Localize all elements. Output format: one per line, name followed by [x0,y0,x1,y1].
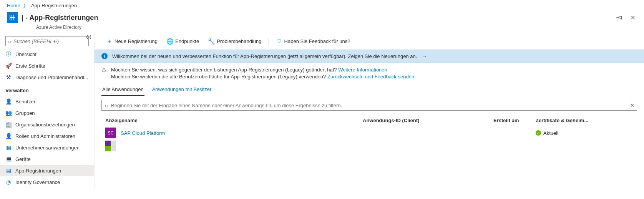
filter-input-wrapper[interactable]: ⌕ ✕ [101,100,637,111]
info-icon: ⓘ [5,51,12,57]
close-button[interactable]: ✕ [629,13,637,22]
sidebar-item-app-registrations[interactable]: ▤ App-Registrierungen [0,165,94,176]
warn-line2-link[interactable]: Zurückwechseln und Feedback senden [327,74,414,80]
info-icon: i [101,53,108,59]
app-reg-icon: ▤ [5,167,12,174]
azure-ad-icon [7,12,18,23]
sidebar-item-enterprise-apps[interactable]: ▦ Unternehmensanwendungen [0,142,94,153]
user-icon: 👤 [5,98,12,104]
info-banner-link[interactable]: → [422,53,427,59]
tab-all-applications[interactable]: Alle Anwendungen [101,84,144,96]
search-icon: ⌕ [105,103,108,108]
sidebar-item-label: Erste Schritte [15,63,45,69]
sidebar: ❮❮ ⌕ ⓘ Übersicht 🚀 Erste Schritte ⚒ Diag… [0,33,95,188]
sidebar-item-roles[interactable]: 👤 Rollen und Administratoren [0,130,94,142]
command-bar: ＋ Neue Registrierung 🌐 Endpunkte 🔧 Probl… [95,36,644,50]
rocket-icon: 🚀 [5,63,12,69]
wrench-icon: 🔧 [208,38,214,45]
sidebar-item-label: Diagnose und Problembehandl... [15,75,88,80]
app-avatar [105,141,116,151]
main-content: ＋ Neue Registrierung 🌐 Endpunkte 🔧 Probl… [95,33,644,188]
warn-line1-text: Möchten Sie wissen, was sich gegenüber d… [111,67,338,73]
col-header-cert[interactable]: Zertifikate & Geheim... [536,118,601,123]
admin-icon: 👤 [5,133,12,139]
endpoints-button[interactable]: 🌐 Endpunkte [162,36,204,46]
apps-icon: ▦ [5,144,12,151]
table-row[interactable] [101,139,637,153]
sidebar-search[interactable]: ⌕ [5,36,89,46]
device-icon: 💻 [5,156,12,162]
app-name-link[interactable]: SAP Cloud Platform [121,130,165,136]
sidebar-item-label: Benutzer [15,99,35,104]
warning-banner: ⚠ Möchten Sie wissen, was sich gegenüber… [95,63,644,82]
cmd-label: Endpunkte [175,38,199,44]
page-title: | - App-Registrierungen [22,14,98,22]
info-banner: i Willkommen bei der neuen und verbesser… [95,50,644,63]
wrench-icon: ⚒ [5,74,12,80]
col-header-appid[interactable]: Anwendungs-ID (Client) [363,118,493,123]
table-header: Anzeigename Anwendungs-ID (Client) Erste… [101,114,637,126]
breadcrumb: Home ❯ - App-Registrierungen [0,0,644,11]
sidebar-item-label: App-Registrierungen [15,168,61,174]
new-registration-button[interactable]: ＋ Neue Registrierung [101,36,162,46]
cmd-label: Haben Sie Feedback für uns? [284,38,350,44]
collapse-sidebar-button[interactable]: ❮❮ [86,35,92,39]
sidebar-item-groups[interactable]: 👥 Gruppen [0,107,94,119]
table-row[interactable]: SC SAP Cloud Platform ✓ Aktuell [101,126,637,139]
pin-button[interactable] [615,13,623,22]
sidebar-item-users[interactable]: 👤 Benutzer [0,96,94,107]
sidebar-item-overview[interactable]: ⓘ Übersicht [0,48,94,60]
org-icon: 🏢 [5,121,12,128]
sidebar-item-label: Organisationsbeziehungen [15,122,75,128]
cell-cert: ✓ Aktuell [536,130,601,136]
sidebar-section-manage: Verwalten [0,83,94,96]
clear-filter-button[interactable]: ✕ [630,103,634,108]
sidebar-item-diagnose[interactable]: ⚒ Diagnose und Problembehandl... [0,71,94,83]
sidebar-item-label: Identity Governance [15,179,60,185]
sidebar-item-getting-started[interactable]: 🚀 Erste Schritte [0,60,94,71]
page-header: | - App-Registrierungen ✕ [0,11,644,25]
sidebar-item-org-relations[interactable]: 🏢 Organisationsbeziehungen [0,119,94,130]
sidebar-item-label: Geräte [15,156,31,162]
cmd-label: Neue Registrierung [115,38,158,44]
app-avatar: SC [105,128,116,138]
governance-icon: ◔ [5,179,12,185]
col-header-created[interactable]: Erstellt am [493,118,536,123]
plus-icon: ＋ [106,38,112,45]
sidebar-item-label: Unternehmensanwendungen [15,145,80,151]
filter-input[interactable] [111,103,634,108]
separator [269,38,269,45]
globe-icon: 🌐 [167,38,173,45]
chevron-right-icon: ❯ [23,3,26,8]
sidebar-item-identity-governance[interactable]: ◔ Identity Governance [0,176,94,188]
warn-line2-text: Möchten Sie weiterhin die alte Benutzero… [111,74,327,80]
warning-icon: ⚠ [101,66,106,80]
feedback-button[interactable]: ♡ Haben Sie Feedback für uns? [271,36,355,46]
search-icon: ⌕ [8,38,11,44]
col-header-name[interactable]: Anzeigename [105,118,363,123]
cert-status-text: Aktuell [543,130,558,136]
info-banner-text: Willkommen bei der neuen und verbesserte… [112,53,417,59]
sidebar-item-label: Rollen und Administratoren [15,133,75,139]
status-ok-icon: ✓ [536,130,541,136]
warn-line1-link[interactable]: Weitere Informationen [338,67,387,73]
page-subtitle: Azure Active Directory [15,25,644,33]
breadcrumb-home[interactable]: Home [7,3,20,8]
tab-owned-applications[interactable]: Anwendungen mit Besitzer [151,84,212,96]
cmd-label: Problembehandlung [217,38,261,44]
troubleshoot-button[interactable]: 🔧 Problembehandlung [204,36,266,46]
sidebar-item-label: Übersicht [15,51,37,57]
group-icon: 👥 [5,110,12,116]
heart-icon: ♡ [276,38,282,45]
sidebar-item-label: Gruppen [15,110,35,116]
sidebar-item-devices[interactable]: 💻 Geräte [0,153,94,165]
applications-table: Anzeigename Anwendungs-ID (Client) Erste… [95,113,644,154]
sidebar-search-input[interactable] [13,38,86,44]
tabs: Alle Anwendungen Anwendungen mit Besitze… [95,82,644,96]
breadcrumb-current: - App-Registrierungen [28,3,77,8]
